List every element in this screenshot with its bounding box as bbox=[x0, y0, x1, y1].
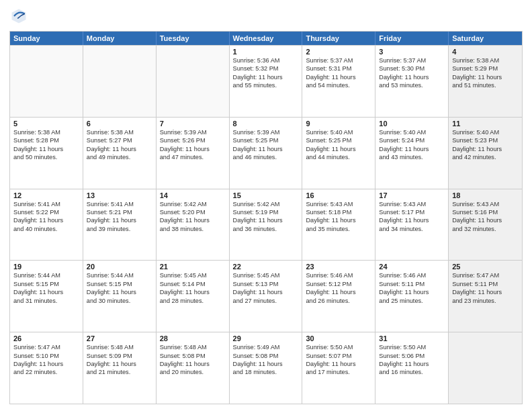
calendar-cell-day-4: 4Sunrise: 5:38 AMSunset: 5:29 PMDaylight… bbox=[449, 46, 522, 117]
day-number: 16 bbox=[306, 191, 371, 199]
cell-line-3: and 39 minutes. bbox=[87, 225, 152, 233]
calendar-cell-day-17: 17Sunrise: 5:43 AMSunset: 5:17 PMDayligh… bbox=[375, 189, 449, 261]
header bbox=[9, 7, 523, 26]
calendar-cell-day-20: 20Sunrise: 5:44 AMSunset: 5:15 PMDayligh… bbox=[83, 261, 157, 332]
cell-line-0: Sunrise: 5:41 AM bbox=[87, 200, 152, 208]
cell-line-3: and 44 minutes. bbox=[306, 153, 371, 161]
cell-line-2: Daylight: 11 hours bbox=[452, 288, 519, 296]
cell-line-0: Sunrise: 5:39 AM bbox=[233, 128, 299, 136]
cell-line-0: Sunrise: 5:40 AM bbox=[452, 128, 519, 136]
calendar-cell-day-5: 5Sunrise: 5:38 AMSunset: 5:28 PMDaylight… bbox=[10, 118, 83, 189]
cell-line-1: Sunset: 5:08 PM bbox=[160, 352, 226, 360]
cell-line-1: Sunset: 5:25 PM bbox=[306, 136, 371, 144]
cell-line-1: Sunset: 5:06 PM bbox=[379, 352, 445, 360]
cell-line-0: Sunrise: 5:45 AM bbox=[233, 271, 299, 279]
cell-line-1: Sunset: 5:11 PM bbox=[452, 280, 519, 288]
cell-line-3: and 28 minutes. bbox=[160, 297, 226, 305]
cell-line-1: Sunset: 5:29 PM bbox=[452, 64, 519, 73]
cell-line-3: and 35 minutes. bbox=[306, 225, 371, 233]
calendar-cell-day-25: 25Sunrise: 5:47 AMSunset: 5:11 PMDayligh… bbox=[449, 261, 522, 332]
cell-line-3: and 21 minutes. bbox=[87, 368, 152, 376]
cell-line-0: Sunrise: 5:46 AM bbox=[306, 271, 371, 279]
cell-line-3: and 47 minutes. bbox=[160, 153, 226, 161]
logo bbox=[9, 7, 31, 26]
cell-line-1: Sunset: 5:21 PM bbox=[87, 208, 152, 216]
cell-line-0: Sunrise: 5:42 AM bbox=[233, 200, 299, 208]
cell-line-3: and 30 minutes. bbox=[87, 297, 152, 305]
cell-line-2: Daylight: 11 hours bbox=[233, 216, 299, 224]
cell-line-0: Sunrise: 5:48 AM bbox=[160, 343, 226, 351]
cell-line-2: Daylight: 11 hours bbox=[160, 360, 226, 368]
cell-line-0: Sunrise: 5:41 AM bbox=[13, 200, 79, 208]
calendar-cell-day-31: 31Sunrise: 5:50 AMSunset: 5:06 PMDayligh… bbox=[375, 332, 449, 404]
cell-line-3: and 36 minutes. bbox=[233, 225, 299, 233]
calendar-row-3: 19Sunrise: 5:44 AMSunset: 5:15 PMDayligh… bbox=[10, 260, 522, 332]
cell-line-1: Sunset: 5:30 PM bbox=[379, 64, 445, 73]
cell-line-1: Sunset: 5:09 PM bbox=[87, 352, 152, 360]
day-number: 25 bbox=[452, 263, 519, 271]
calendar-cell-day-10: 10Sunrise: 5:40 AMSunset: 5:24 PMDayligh… bbox=[375, 118, 449, 189]
cell-line-2: Daylight: 11 hours bbox=[87, 216, 152, 224]
calendar-cell-day-14: 14Sunrise: 5:42 AMSunset: 5:20 PMDayligh… bbox=[157, 189, 230, 261]
cell-line-0: Sunrise: 5:45 AM bbox=[160, 271, 226, 279]
cell-line-1: Sunset: 5:14 PM bbox=[160, 280, 226, 288]
weekday-header-tuesday: Tuesday bbox=[157, 32, 230, 45]
cell-line-2: Daylight: 11 hours bbox=[160, 145, 226, 153]
cell-line-0: Sunrise: 5:44 AM bbox=[87, 271, 152, 279]
cell-line-2: Daylight: 11 hours bbox=[452, 73, 519, 81]
weekday-header-wednesday: Wednesday bbox=[230, 32, 303, 45]
cell-line-1: Sunset: 5:26 PM bbox=[160, 136, 226, 144]
cell-line-1: Sunset: 5:10 PM bbox=[13, 352, 79, 360]
day-number: 4 bbox=[452, 48, 519, 56]
cell-line-3: and 55 minutes. bbox=[233, 81, 299, 89]
cell-line-2: Daylight: 11 hours bbox=[306, 145, 371, 153]
weekday-header-saturday: Saturday bbox=[449, 32, 522, 45]
cell-line-2: Daylight: 11 hours bbox=[306, 360, 371, 368]
cell-line-2: Daylight: 11 hours bbox=[233, 360, 299, 368]
cell-line-1: Sunset: 5:13 PM bbox=[233, 280, 299, 288]
day-number: 15 bbox=[233, 191, 299, 199]
day-number: 5 bbox=[13, 120, 79, 128]
day-number: 3 bbox=[379, 48, 445, 56]
logo-icon bbox=[9, 7, 28, 26]
cell-line-1: Sunset: 5:31 PM bbox=[306, 64, 371, 73]
day-number: 19 bbox=[13, 263, 79, 271]
calendar-cell-day-29: 29Sunrise: 5:49 AMSunset: 5:08 PMDayligh… bbox=[230, 332, 303, 404]
cell-line-2: Daylight: 11 hours bbox=[379, 73, 445, 81]
cell-line-2: Daylight: 11 hours bbox=[233, 288, 299, 296]
cell-line-2: Daylight: 11 hours bbox=[379, 288, 445, 296]
cell-line-3: and 31 minutes. bbox=[13, 297, 79, 305]
calendar-cell-day-19: 19Sunrise: 5:44 AMSunset: 5:15 PMDayligh… bbox=[10, 261, 83, 332]
calendar-cell-empty-4-6 bbox=[449, 332, 522, 404]
calendar-row-2: 12Sunrise: 5:41 AMSunset: 5:22 PMDayligh… bbox=[10, 189, 522, 261]
cell-line-0: Sunrise: 5:40 AM bbox=[306, 128, 371, 136]
cell-line-0: Sunrise: 5:43 AM bbox=[306, 200, 371, 208]
day-number: 28 bbox=[160, 334, 226, 342]
calendar-header: SundayMondayTuesdayWednesdayThursdayFrid… bbox=[10, 32, 522, 45]
day-number: 18 bbox=[452, 191, 519, 199]
day-number: 26 bbox=[13, 334, 79, 342]
cell-line-2: Daylight: 11 hours bbox=[233, 145, 299, 153]
weekday-header-sunday: Sunday bbox=[10, 32, 83, 45]
cell-line-3: and 43 minutes. bbox=[379, 153, 445, 161]
calendar-row-4: 26Sunrise: 5:47 AMSunset: 5:10 PMDayligh… bbox=[10, 332, 522, 404]
cell-line-3: and 51 minutes. bbox=[452, 81, 519, 89]
cell-line-2: Daylight: 11 hours bbox=[13, 360, 79, 368]
cell-line-3: and 49 minutes. bbox=[87, 153, 152, 161]
day-number: 30 bbox=[306, 334, 371, 342]
cell-line-2: Daylight: 11 hours bbox=[13, 288, 79, 296]
cell-line-2: Daylight: 11 hours bbox=[306, 216, 371, 224]
day-number: 24 bbox=[379, 263, 445, 271]
cell-line-3: and 34 minutes. bbox=[379, 225, 445, 233]
cell-line-1: Sunset: 5:27 PM bbox=[87, 136, 152, 144]
weekday-header-friday: Friday bbox=[375, 32, 449, 45]
cell-line-1: Sunset: 5:11 PM bbox=[379, 280, 445, 288]
cell-line-3: and 38 minutes. bbox=[160, 225, 226, 233]
calendar-cell-day-12: 12Sunrise: 5:41 AMSunset: 5:22 PMDayligh… bbox=[10, 189, 83, 261]
cell-line-3: and 40 minutes. bbox=[13, 225, 79, 233]
calendar-cell-day-27: 27Sunrise: 5:48 AMSunset: 5:09 PMDayligh… bbox=[83, 332, 157, 404]
day-number: 2 bbox=[306, 48, 371, 56]
cell-line-2: Daylight: 11 hours bbox=[13, 216, 79, 224]
cell-line-0: Sunrise: 5:39 AM bbox=[160, 128, 226, 136]
cell-line-0: Sunrise: 5:50 AM bbox=[379, 343, 445, 351]
